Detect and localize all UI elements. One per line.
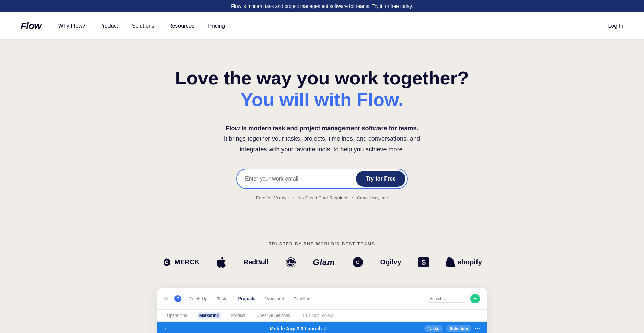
svg-marker-2 (166, 261, 168, 263)
form-meta: Free for 30 days No Credit Card Required… (7, 195, 637, 200)
dribbble-logo (286, 257, 296, 267)
carhartt-icon: C (352, 257, 363, 268)
ogilvy-logo: Ogilvy (380, 258, 401, 266)
merck-icon (162, 257, 172, 267)
trusted-section: TRUSTED BY THE WORLD'S BEST TEAMS MERCK … (0, 242, 644, 282)
nav-left: Flow Why Flow? Product Solutions Resourc… (21, 21, 225, 32)
hero-section: Love the way you work together? You will… (0, 40, 644, 242)
tab-catchup[interactable]: Catch Up (187, 293, 209, 305)
app-add-button[interactable]: + (470, 294, 480, 303)
shopify-logo: shopify (446, 257, 482, 267)
carhartt-logo: C (352, 257, 363, 268)
email-form-inner: Try for Free (236, 169, 408, 189)
app-search-input[interactable] (426, 295, 467, 303)
trusted-label: TRUSTED BY THE WORLD'S BEST TEAMS (7, 242, 637, 246)
meta-free-days: Free for 30 days (256, 195, 289, 200)
email-input[interactable] (245, 176, 356, 182)
svg-text:S: S (421, 259, 426, 266)
hero-heading-blue: You will with Flow. (7, 89, 637, 111)
navigation: Flow Why Flow? Product Solutions Resourc… (0, 12, 644, 40)
meta-no-card: No Credit Card Required (298, 195, 347, 200)
nav-product[interactable]: Product (99, 23, 118, 29)
project-tags: Tasks Schedule ··· (424, 325, 480, 332)
logo[interactable]: Flow (21, 21, 41, 32)
subtab-product[interactable]: Product (228, 312, 248, 319)
redbull-logo: RedBull (243, 258, 268, 266)
banner-text: Flow is modern task and project manageme… (231, 3, 413, 9)
meta-cancel: Cancel Anytime (357, 195, 388, 200)
nav-links: Why Flow? Product Solutions Resources Pr… (58, 23, 225, 29)
dribbble-icon (286, 257, 296, 267)
tag-tasks[interactable]: Tasks (424, 325, 442, 332)
project-name: Mobile App 2.0 Launch ✓ (269, 326, 327, 331)
try-for-free-button[interactable]: Try for Free (356, 171, 405, 187)
app-topbar: F Catch Up Tasks Projects Workload Timel… (157, 288, 487, 310)
svg-text:F: F (176, 297, 179, 301)
svg-text:C: C (356, 260, 359, 265)
svg-point-3 (286, 257, 296, 267)
app-preview-section: F Catch Up Tasks Projects Workload Timel… (0, 282, 644, 333)
login-link[interactable]: Log In (608, 23, 623, 29)
tab-workload[interactable]: Workload (264, 293, 286, 305)
apple-icon (217, 257, 226, 268)
tag-schedule[interactable]: Schedule (446, 325, 471, 332)
scribd-icon: S (418, 257, 429, 267)
apple-logo (217, 257, 226, 268)
app-frame: F Catch Up Tasks Projects Workload Timel… (157, 288, 487, 333)
subtab-marketing[interactable]: Marketing (197, 312, 222, 319)
app-dot-1 (164, 297, 168, 301)
hero-heading: Love the way you work together? You will… (7, 67, 637, 111)
more-options[interactable]: ··· (475, 325, 480, 332)
nav-pricing[interactable]: Pricing (208, 23, 225, 29)
tab-tasks[interactable]: Tasks (216, 293, 230, 305)
meta-dot-1 (293, 197, 294, 198)
app-icon: F (174, 295, 182, 303)
app-topbar-right: + (426, 294, 480, 303)
scribd-logo: S (418, 257, 429, 267)
subtab-more[interactable]: + Launch project (300, 312, 336, 319)
nav-why-flow[interactable]: Why Flow? (58, 23, 85, 29)
meta-dot-2 (352, 197, 353, 198)
app-subtabs: Operations Marketing Product Creative Se… (157, 310, 487, 322)
subtab-operations[interactable]: Operations (164, 312, 190, 319)
tab-timelines[interactable]: Timelines (292, 293, 314, 305)
app-nav-tabs: Catch Up Tasks Projects Workload Timelin… (187, 292, 314, 305)
shopify-icon (446, 257, 455, 267)
hero-subtext: Flow is modern task and project manageme… (212, 123, 432, 155)
merck-logo: MERCK (162, 257, 199, 267)
top-banner: Flow is modern task and project manageme… (0, 0, 644, 12)
nav-resources[interactable]: Resources (168, 23, 194, 29)
subtab-creative[interactable]: Creative Services (255, 312, 293, 319)
logos-row: MERCK RedBull Glam (7, 257, 637, 268)
tab-projects[interactable]: Projects (237, 292, 257, 305)
glam-logo: Glam (313, 257, 335, 267)
back-arrow[interactable]: ← (164, 326, 169, 331)
app-project-bar: ← Mobile App 2.0 Launch ✓ Tasks Schedule… (157, 322, 487, 333)
nav-solutions[interactable]: Solutions (132, 23, 154, 29)
email-form: Try for Free (7, 169, 637, 189)
